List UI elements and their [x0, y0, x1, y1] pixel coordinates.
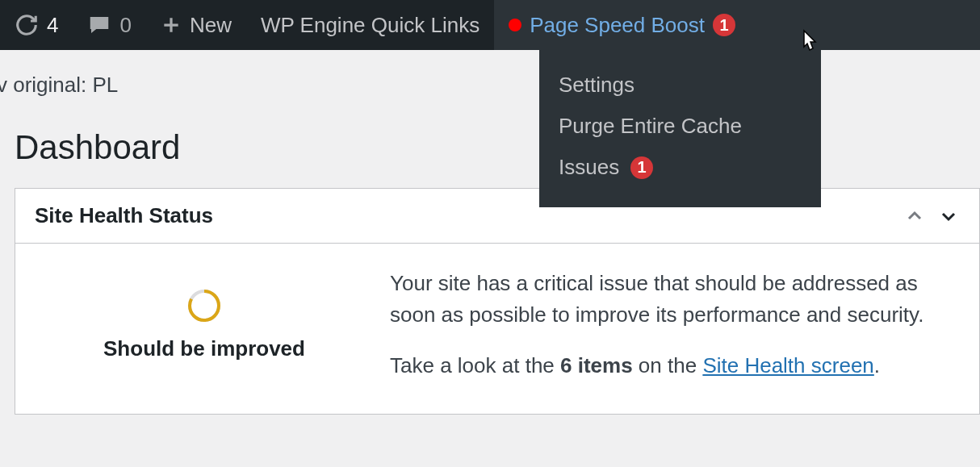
content-area: v original: PL Dashboard Site Health Sta… [0, 50, 980, 415]
admin-bar: 4 0 New WP Engine Quick Links Page Speed… [0, 0, 980, 50]
refresh-icon [15, 13, 39, 37]
submenu-issues-label: Issues [559, 155, 619, 180]
issues-badge: 1 [630, 156, 653, 179]
updates-item[interactable]: 4 [0, 0, 73, 50]
submenu-settings-label: Settings [559, 73, 634, 98]
page-speed-boost-submenu: Settings Purge Entire Cache Issues 1 [539, 50, 821, 207]
plus-icon [161, 15, 182, 35]
site-health-status-label: Should be improved [103, 336, 305, 361]
msg2-items-count: 6 items [560, 353, 633, 377]
page-title: Dashboard [0, 98, 980, 188]
comment-icon [87, 13, 111, 37]
msg2-post: . [874, 353, 880, 377]
submenu-purge-cache[interactable]: Purge Entire Cache [539, 106, 821, 147]
site-health-panel-body: Should be improved Your site has a criti… [15, 244, 979, 414]
collapse-up-icon[interactable] [903, 205, 926, 227]
submenu-purge-label: Purge Entire Cache [559, 114, 742, 139]
psb-badge: 1 [713, 14, 735, 36]
new-label: New [190, 13, 232, 38]
progress-ring-icon [186, 288, 222, 323]
site-health-msg-1: Your site has a critical issue that shou… [390, 268, 960, 331]
submenu-settings[interactable]: Settings [539, 65, 821, 106]
site-health-panel-header: Site Health Status [15, 189, 979, 244]
collapse-down-icon[interactable] [937, 205, 960, 227]
updates-count: 4 [47, 13, 58, 38]
page-speed-boost-label: Page Speed Boost [530, 13, 705, 38]
panel-controls [903, 205, 960, 227]
site-health-panel: Site Health Status Should be improved Yo… [15, 188, 980, 415]
new-item[interactable]: New [146, 0, 246, 50]
msg2-pre: Take a look at the [390, 353, 560, 377]
status-dot-icon [509, 19, 521, 31]
submenu-issues[interactable]: Issues 1 [539, 147, 821, 188]
wpe-quicklinks-item[interactable]: WP Engine Quick Links [246, 0, 494, 50]
comments-count: 0 [119, 13, 131, 38]
site-health-panel-title: Site Health Status [35, 203, 213, 228]
site-health-msg-2: Take a look at the 6 items on the Site H… [390, 350, 960, 382]
original-line: v original: PL [0, 50, 980, 98]
comments-item[interactable]: 0 [73, 0, 145, 50]
wpe-quicklinks-label: WP Engine Quick Links [261, 13, 480, 38]
status-column: Should be improved [35, 288, 374, 361]
site-health-message: Your site has a critical issue that shou… [390, 268, 960, 382]
page-speed-boost-item[interactable]: Page Speed Boost 1 [494, 0, 980, 50]
site-health-screen-link[interactable]: Site Health screen [702, 353, 873, 377]
msg2-mid: on the [633, 353, 703, 377]
